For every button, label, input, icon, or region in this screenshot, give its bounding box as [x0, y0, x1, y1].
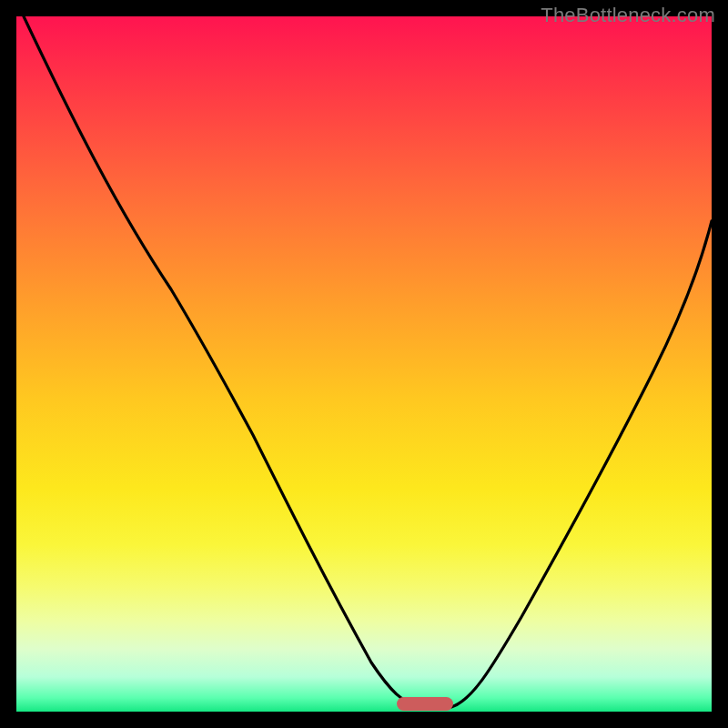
curve-right-branch — [451, 221, 712, 707]
watermark-text: TheBottleneck.com — [541, 4, 715, 27]
bottleneck-curve — [16, 16, 712, 712]
curve-left-branch — [24, 16, 421, 707]
plot-area — [16, 16, 712, 712]
chart-frame: TheBottleneck.com — [0, 0, 728, 728]
minimum-marker — [397, 697, 453, 711]
